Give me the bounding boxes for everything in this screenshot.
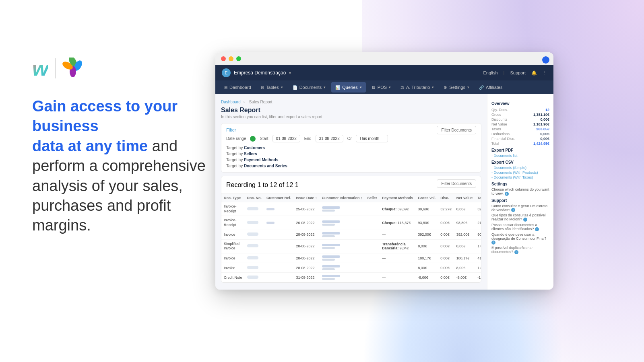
settings-title: Settings bbox=[491, 182, 549, 186]
th-doc-type: Doc. Type bbox=[221, 194, 245, 202]
nav-tributario[interactable]: ⚖ A. Tributário ▾ bbox=[396, 82, 438, 93]
support-link-5[interactable]: É possível duplicar/clonar documentos? i bbox=[491, 246, 549, 254]
seller-cell bbox=[365, 239, 380, 253]
nav-affiliates[interactable]: 🔗 Affiliates bbox=[475, 82, 506, 93]
sidebar-taxes: Taxes 263.85€ bbox=[491, 127, 549, 131]
breadcrumb-dashboard[interactable]: Dashboard bbox=[221, 100, 241, 104]
csv-products-link[interactable]: Documents (With Products) bbox=[491, 171, 549, 175]
seller-cell bbox=[365, 273, 380, 282]
nav-tables[interactable]: ⊟ Tables ▾ bbox=[257, 82, 287, 93]
doc-type-cell: Invoice-Receipt bbox=[221, 202, 245, 216]
payment-cell: Cheque: 115,37€ bbox=[380, 216, 415, 230]
page-subtitle: In this section you can list, filter and… bbox=[221, 115, 481, 119]
filter-documents-btn2[interactable]: Filter Documents bbox=[437, 179, 476, 188]
customer-info-cell bbox=[320, 253, 365, 263]
qty-docs-label: Qty. Docs. bbox=[491, 108, 508, 112]
nav-queries-label: Queries bbox=[342, 85, 358, 90]
seller-cell bbox=[365, 202, 380, 216]
table-row: Invoice-Receipt 26-08-2022 Cheque: 115,3… bbox=[221, 216, 481, 230]
traffic-light-red[interactable] bbox=[221, 56, 226, 61]
nav-settings[interactable]: ⚙ Settings ▾ bbox=[440, 82, 473, 93]
disc-cell: 0,00€ bbox=[438, 239, 454, 253]
date-start-input[interactable]: 01-08-2022 bbox=[272, 135, 300, 142]
traffic-light-green[interactable] bbox=[236, 56, 241, 61]
breadcrumb-current: Sales Report bbox=[249, 100, 272, 104]
csv-simple-link[interactable]: Documents (Simple) bbox=[491, 166, 549, 170]
taxes-cell: 1,84€ bbox=[475, 263, 481, 273]
sidebar-discounts: Discounts 0,00€ bbox=[491, 117, 549, 121]
sidebar-fin-disc: Financial Disc. 0,00€ bbox=[491, 137, 549, 141]
filter-toggle[interactable]: Filter bbox=[226, 128, 437, 132]
taxes-value: 263.85€ bbox=[536, 127, 549, 131]
payment-cell: Cheque: 39,69€ bbox=[380, 202, 415, 216]
net-value-cell: 0,00€ bbox=[454, 202, 475, 216]
customer-info-cell bbox=[320, 202, 365, 216]
date-end-input[interactable]: 31-08-2022 bbox=[316, 135, 343, 142]
documents-icon: 📄 bbox=[293, 85, 297, 90]
sidebar-deductions: Deductions 0,00€ bbox=[491, 132, 549, 136]
date-preset-select[interactable]: This month Last month This year Custom bbox=[356, 135, 388, 142]
table-body: Invoice-Receipt 25-08-2022 Cheque: 39,69… bbox=[221, 202, 481, 282]
seller-cell bbox=[365, 230, 380, 239]
main-content: Dashboard › Sales Report Sales Report In… bbox=[215, 94, 553, 290]
company-dropdown-icon[interactable]: ▾ bbox=[289, 71, 291, 75]
doc-type-cell: SimplifiedInvoice bbox=[221, 239, 245, 253]
gross-cell: -8,00€ bbox=[415, 273, 438, 282]
filter-documents-btn1[interactable]: Filter Documents bbox=[437, 126, 476, 134]
settings-info-icon[interactable]: i bbox=[505, 192, 509, 196]
notifications-icon[interactable]: 🔔 bbox=[531, 70, 537, 76]
th-customer-info[interactable]: Customer Information ↕ bbox=[320, 194, 365, 202]
doc-no-cell bbox=[245, 273, 264, 282]
taxes-cell: 41,44€ bbox=[475, 253, 481, 263]
traffic-light-yellow[interactable] bbox=[229, 56, 233, 61]
filter-target-customers: Target by Customers bbox=[226, 146, 437, 150]
gross-cell: 8,00€ bbox=[415, 263, 438, 273]
taxes-cell: 21,57€ bbox=[475, 216, 481, 230]
csv-taxes-link[interactable]: Documents (With Taxes) bbox=[491, 175, 549, 179]
customer-info-cell bbox=[320, 239, 365, 253]
logo-area: w bbox=[32, 56, 233, 80]
issue-date-cell: 28-08-2022 bbox=[294, 239, 320, 253]
th-issue-date[interactable]: Issue Date ↕ bbox=[294, 194, 320, 202]
nav-pos[interactable]: 🖥 POS ▾ bbox=[367, 82, 395, 93]
support-link-4[interactable]: Quando é que deve usar a designação de C… bbox=[491, 232, 549, 245]
menu-icon[interactable]: ⋮ bbox=[543, 70, 547, 76]
header-right: English | Support 🔔 ⋮ bbox=[483, 70, 547, 76]
language-selector[interactable]: English bbox=[483, 70, 498, 75]
nav-queries[interactable]: 📊 Queries ▾ bbox=[331, 82, 366, 93]
nav-documents[interactable]: 📄 Documents ▾ bbox=[289, 82, 330, 93]
gross-cell: 93,80€ bbox=[415, 216, 438, 230]
nav-affiliates-label: Affiliates bbox=[486, 85, 502, 90]
support-link-2[interactable]: Que tipos de consultas é possível realiz… bbox=[491, 213, 549, 222]
nav-dashboard[interactable]: ⊞ Dashboard bbox=[220, 82, 255, 93]
records-info-text: Recording 1 to 12 of 12 bbox=[226, 181, 293, 188]
support-link-3[interactable]: Posso passar documentos a clientes não i… bbox=[491, 223, 549, 231]
issue-date-cell: 28-08-2022 bbox=[294, 253, 320, 263]
issue-date-cell: 28-08-2022 bbox=[294, 263, 320, 273]
payment-cell: TransferênciaBancária: 9,84€ bbox=[380, 239, 415, 253]
content-area: Dashboard › Sales Report Sales Report In… bbox=[215, 94, 487, 290]
documents-chevron: ▾ bbox=[324, 85, 326, 89]
doc-no-cell bbox=[245, 216, 264, 230]
taxes-cell: 90,16€ bbox=[475, 230, 481, 239]
qty-docs-value: 12 bbox=[545, 108, 549, 112]
queries-chevron: ▾ bbox=[360, 85, 362, 89]
left-panel: w Gain access to your business data at a… bbox=[32, 56, 233, 236]
affiliates-icon: 🔗 bbox=[479, 85, 484, 90]
payment-cell: — bbox=[380, 230, 415, 239]
pdf-doc-list-link[interactable]: Documents list bbox=[491, 154, 549, 158]
doc-no-cell bbox=[245, 253, 264, 263]
taxes-cell: 1,84€ bbox=[475, 239, 481, 253]
tributario-chevron: ▾ bbox=[432, 85, 434, 89]
payment-cell: — bbox=[380, 263, 415, 273]
support-link-1[interactable]: Como consultar e gerar um extrato de ven… bbox=[491, 204, 549, 212]
filter-target-sellers: Target by Sellers bbox=[226, 152, 437, 156]
support-link[interactable]: Support bbox=[510, 70, 526, 75]
gross-value: 1,381.10€ bbox=[533, 113, 549, 117]
records-info: Recording 1 to 12 of 12 1 bbox=[226, 181, 299, 189]
dashboard-icon: ⊞ bbox=[224, 85, 227, 90]
breadcrumb-separator: › bbox=[244, 100, 246, 104]
w-logo: w bbox=[32, 56, 48, 80]
table-row: Invoice 28-08-2022 — 392,00€ bbox=[221, 230, 481, 239]
nav-pos-label: POS bbox=[378, 85, 387, 90]
